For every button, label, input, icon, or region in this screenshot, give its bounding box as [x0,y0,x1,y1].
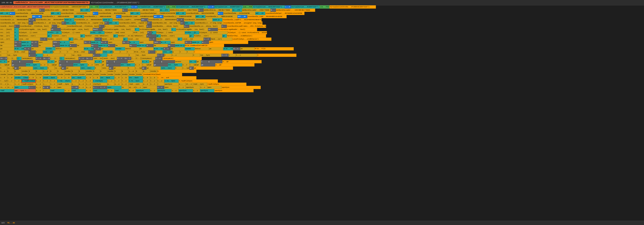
cell-handl4[interactable]: Hand...ior) [211,38,232,41]
cell-rr5[interactable]: rr [180,22,185,25]
cell-inv8[interactable]: invoke [50,73,57,76]
cell-wxf1[interactable]: WXF...A3 [0,12,10,15]
cell-wasmt5[interactable]: wasm-to-js [175,44,185,47]
cell-wasmt1[interactable]: wasm-to-js [22,44,31,47]
cell-inv9[interactable]: invoke [57,73,64,76]
cell-wxf6[interactable]: WXF...3B [32,15,42,18]
cell-g-last[interactable]: ge [194,67,233,70]
cell-lt3[interactable]: L...t [149,38,156,41]
cell-read6[interactable]: read [72,89,86,92]
cell-lp1[interactable]: (...)ge [0,63,7,67]
cell-w1[interactable]: W... [39,9,45,12]
cell-open4[interactable]: open [108,41,122,44]
cell-u2[interactable]: (...)(...) [50,57,60,60]
cell-wasms6[interactable]: wasm-js [192,41,202,44]
cell-tc2[interactable]: t...c [107,54,128,57]
cell-wb2[interactable]: WebBundleLoader...9BE3BA778DDD [45,9,80,12]
cell-ge24[interactable]: ge [196,63,201,67]
cell-wxf4[interactable]: WXF...A3 [176,12,186,15]
cell-stc1[interactable]: s...c [14,83,22,86]
cell-tc8[interactable]: t...c [155,57,162,60]
cell-b17[interactable]: b [28,70,36,73]
cell-wasms2[interactable]: w...s [60,41,70,44]
cell-a12[interactable]: a...c [135,63,142,67]
cell-inv11[interactable]: invoke [72,73,78,76]
cell-ge17[interactable]: ge [12,63,26,67]
cell-invoa3[interactable]: invo...ack [162,51,172,54]
cell-nn2[interactable]: nn [208,28,218,31]
cell-tstatSync1[interactable]: t.statSync [93,79,107,83]
cell-t4[interactable]: T... [146,34,156,38]
cell-invoa2[interactable]: invo...ack [103,51,112,54]
cell-tc3[interactable]: t...c [172,54,193,57]
cell-inv6[interactable]: invoke [36,73,43,76]
cell-assetbundle-le2[interactable]: AssetBundle_Lo...eSize, bool) [189,25,222,28]
cell-arc-ol[interactable]: Arc...(ol) [0,31,14,34]
cell-filesys2[interactable]: FileSyst...() const [62,31,90,34]
cell-wasmt4[interactable]: wasm-to-js [136,44,146,47]
cell-archstorage1[interactable]: ArchiveStorageRe...ize, bool) [19,28,51,31]
cell-ne1[interactable]: ne [122,86,128,89]
cell-rr2[interactable]: rr [62,22,66,25]
cell-r2[interactable]: r... [28,86,36,89]
cell-l8-2[interactable]: L...8 [208,5,214,9]
cell-loc-or[interactable]: Loc...(or) [0,38,14,41]
cell-virtual-action-5[interactable]: VirtualAction...4C2D97152C*) [214,5,243,9]
cell-nn1[interactable]: nn [51,28,61,31]
cell-t7[interactable]: t [28,51,36,54]
cell-p1[interactable]: P... [14,31,19,34]
cell-u3[interactable]: (ano...us) [93,57,103,60]
cell-invoke3[interactable]: invoke [185,47,195,51]
cell-open-last[interactable]: open [209,41,248,44]
cell-access3[interactable]: access [128,60,142,63]
cell-ge30[interactable]: ge [109,67,114,70]
cell-ws6[interactable]: w... [202,41,209,44]
cell-loa-fa8-2[interactable]: Loa...FA8 [166,5,176,9]
cell-s2b[interactable]: s... [93,86,100,89]
cell-u1[interactable]: (...)(...) [7,57,17,60]
cell-trc4[interactable]: a... [107,83,114,86]
cell-archi2[interactable]: Archi...(bool) [90,31,100,34]
cell-local3[interactable]: local...nst [128,38,149,41]
cell-s4b[interactable]: s...c [178,86,186,89]
cell-t5[interactable]: t [0,51,7,54]
cell-wasms5[interactable]: w...s [161,41,170,44]
scroll-area[interactable]: LoadScheduler_ExecuteLoader_mB14C79987A3… [0,5,644,221]
cell-archstorage5[interactable]: ArchiveStorageRe...ize, bool) [176,28,208,31]
cell-ge33[interactable]: ge [146,67,161,70]
cell-ik1[interactable]: i...k [0,76,7,79]
cell-rrje2[interactable]: RrJe...cess [84,47,94,51]
cell-wx37c-3[interactable]: Wx...37C [232,9,242,12]
cell-inv3[interactable]: invoke [14,73,22,76]
cell-open3[interactable]: open [70,41,84,44]
cell-c11[interactable]: C [164,54,172,57]
cell-ik9[interactable]: i...k [122,76,128,79]
cell-c-last[interactable]: C [257,54,296,57]
cell-handleacc3[interactable]: Handler...ct.t&) behavior) [118,34,146,38]
cell-tc10[interactable]: t...c [14,79,22,83]
cell-ge4[interactable]: ge [156,34,161,38]
flame-chart-container[interactable]: 160.98 ms LoadScheduler_ExecuteLoader_mB… [0,0,644,225]
cell-oc4[interactable]: o...c [86,89,93,92]
cell-ge18[interactable]: ge [54,63,59,67]
cell-inv14[interactable]: invoke [93,73,100,76]
cell-wasmjs1[interactable]: wasm-js [64,18,74,22]
cell-r4[interactable]: r... [43,89,50,92]
cell-loca2[interactable]: Loca...nst [73,38,95,41]
cell-ge7[interactable]: ge [14,38,19,41]
cell-dt4[interactable]: d...t [233,47,240,51]
cell-ge31[interactable]: ge [114,67,128,70]
cell-ge32[interactable]: ge [142,67,146,70]
cell-an8[interactable]: () [60,57,64,60]
cell-dw2[interactable]: Dw [38,44,53,47]
cell-lt2[interactable]: L...t [95,38,102,41]
cell-wxa2[interactable]: WXA...nc [109,22,119,25]
cell-ik11[interactable]: i...k [150,76,157,79]
cell-a1[interactable]: A... [116,15,122,18]
cell-wxf7[interactable]: WXF...3B [74,15,84,18]
cell-trc3[interactable]: a... [72,83,78,86]
cell-trc5[interactable]: a...s [143,83,150,86]
cell-lt4[interactable]: L...t [204,38,211,41]
cell-opensync-last2[interactable]: openSync [214,89,254,92]
cell-a3[interactable]: A... [146,25,152,28]
